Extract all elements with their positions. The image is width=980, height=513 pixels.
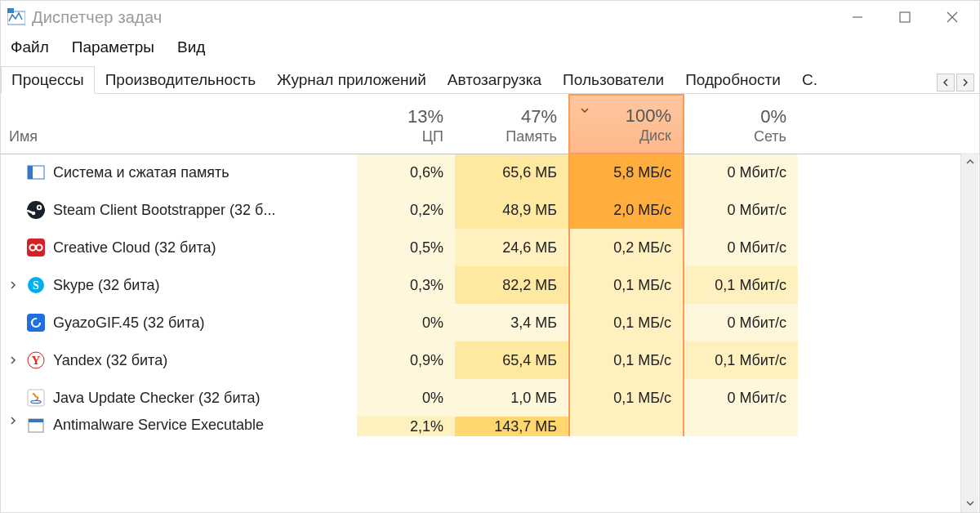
- table-row[interactable]: SSkype (32 бита)0,3%82,2 МБ0,1 МБ/с0,1 М…: [1, 266, 979, 304]
- menu-file[interactable]: Файл: [11, 38, 49, 56]
- cell-cpu: 0,6%: [357, 154, 455, 191]
- cell-disk: 0,1 МБ/с: [569, 379, 684, 417]
- cell-padding: [798, 417, 979, 436]
- process-icon: [27, 314, 45, 332]
- cell-memory: 143,7 МБ: [455, 417, 569, 436]
- table-row[interactable]: Antimalware Service Executable2,1%143,7 …: [1, 417, 979, 436]
- window-title: Диспетчер задач: [32, 8, 162, 27]
- cell-name[interactable]: SSkype (32 бита): [1, 266, 357, 304]
- process-icon: [27, 389, 45, 407]
- cell-memory: 65,6 МБ: [455, 154, 569, 191]
- cell-name[interactable]: Java Update Checker (32 бита): [1, 379, 357, 417]
- cell-name[interactable]: YYandex (32 бита): [1, 341, 357, 379]
- cell-memory: 1,0 МБ: [455, 379, 569, 417]
- tab-scroll-left[interactable]: [937, 74, 955, 91]
- process-name: Java Update Checker (32 бита): [53, 390, 261, 407]
- svg-text:S: S: [33, 279, 39, 292]
- process-name: Skype (32 бита): [53, 277, 159, 294]
- process-name: Система и сжатая память: [53, 164, 229, 181]
- cell-disk: 0,1 МБ/с: [569, 341, 684, 379]
- column-cpu[interactable]: 13% ЦП: [357, 95, 455, 154]
- cell-memory: 65,4 МБ: [455, 341, 569, 379]
- tab-users[interactable]: Пользователи: [552, 66, 675, 94]
- table-row[interactable]: Steam Client Bootstrapper (32 б...0,2%48…: [1, 191, 979, 229]
- svg-point-8: [27, 201, 45, 219]
- scroll-down-button[interactable]: [961, 494, 978, 512]
- table-row[interactable]: YYandex (32 бита)0,9%65,4 МБ0,1 МБ/с0,1 …: [1, 341, 979, 379]
- column-name[interactable]: Имя: [1, 95, 357, 154]
- cell-memory: 48,9 МБ: [455, 191, 569, 229]
- tab-scroll-arrows: [935, 74, 979, 93]
- process-name: Yandex (32 бита): [53, 352, 167, 369]
- process-icon: S: [27, 276, 45, 294]
- expand-icon[interactable]: [7, 281, 19, 289]
- cell-network: 0 Мбит/с: [684, 304, 798, 341]
- cell-cpu: 2,1%: [357, 417, 455, 436]
- tab-performance[interactable]: Производительность: [95, 66, 266, 94]
- table-row[interactable]: Java Update Checker (32 бита)0%1,0 МБ0,1…: [1, 379, 979, 417]
- cell-cpu: 0%: [357, 379, 455, 417]
- table-row[interactable]: Creative Cloud (32 бита)0,5%24,6 МБ0,2 М…: [1, 229, 979, 266]
- minimize-button[interactable]: [834, 2, 881, 32]
- cell-disk: 0,1 МБ/с: [569, 304, 684, 341]
- cell-memory: 3,4 МБ: [455, 304, 569, 341]
- cell-padding: [798, 154, 979, 191]
- cell-name[interactable]: GyazoGIF.45 (32 бита): [1, 304, 357, 341]
- svg-text:Y: Y: [32, 354, 41, 367]
- cell-cpu: 0,5%: [357, 229, 455, 266]
- expand-icon[interactable]: [7, 356, 19, 364]
- cell-padding: [798, 229, 979, 266]
- task-manager-window: Диспетчер задач Файл Параметры Вид Проце…: [0, 0, 980, 513]
- cell-network: 0,1 Мбит/с: [684, 266, 798, 304]
- cell-cpu: 0%: [357, 304, 455, 341]
- scroll-up-button[interactable]: [961, 153, 978, 171]
- cell-cpu: 0,2%: [357, 191, 455, 229]
- cell-padding: [798, 341, 979, 379]
- svg-rect-24: [29, 419, 43, 422]
- cell-memory: 24,6 МБ: [455, 229, 569, 266]
- cell-name[interactable]: Система и сжатая память: [1, 154, 357, 191]
- column-network[interactable]: 0% Сеть: [684, 95, 798, 154]
- tab-processes[interactable]: Процессы: [1, 66, 95, 94]
- column-memory[interactable]: 47% Память: [455, 95, 569, 154]
- menu-params[interactable]: Параметры: [72, 38, 154, 56]
- tab-app-history[interactable]: Журнал приложений: [266, 66, 437, 94]
- cell-network: [684, 417, 798, 436]
- cell-network: 0 Мбит/с: [684, 379, 798, 417]
- maximize-button[interactable]: [881, 2, 929, 32]
- tab-services-cut[interactable]: С.: [791, 66, 828, 94]
- app-icon: [7, 8, 25, 26]
- process-icon: [27, 201, 45, 219]
- expand-icon[interactable]: [7, 417, 19, 425]
- scroll-track[interactable]: [961, 171, 978, 494]
- process-icon: Y: [27, 351, 45, 369]
- process-table: Имя 13% ЦП 47% Память 100%: [1, 94, 979, 436]
- close-button[interactable]: [929, 2, 976, 32]
- cell-name[interactable]: Antimalware Service Executable: [1, 417, 357, 436]
- process-icon: [27, 163, 45, 181]
- cell-name[interactable]: Creative Cloud (32 бита): [1, 229, 357, 266]
- svg-point-10: [38, 207, 41, 209]
- sort-indicator-icon: [580, 104, 590, 118]
- menu-view[interactable]: Вид: [177, 38, 205, 56]
- cell-network: 0 Мбит/с: [684, 191, 798, 229]
- cell-cpu: 0,9%: [357, 341, 455, 379]
- tab-startup[interactable]: Автозагрузка: [437, 66, 552, 94]
- svg-rect-17: [27, 314, 45, 332]
- column-disk[interactable]: 100% Диск: [569, 95, 684, 154]
- cell-network: 0 Мбит/с: [684, 229, 798, 266]
- svg-point-11: [32, 212, 36, 216]
- titlebar[interactable]: Диспетчер задач: [1, 1, 979, 33]
- table-row[interactable]: Система и сжатая память0,6%65,6 МБ5,8 МБ…: [1, 154, 979, 191]
- window-controls: [834, 2, 976, 32]
- tab-details[interactable]: Подробности: [675, 66, 791, 94]
- process-name: GyazoGIF.45 (32 бита): [53, 314, 204, 332]
- process-name: Creative Cloud (32 бита): [53, 239, 216, 256]
- process-table-wrap: Имя 13% ЦП 47% Память 100%: [1, 94, 979, 512]
- table-row[interactable]: GyazoGIF.45 (32 бита)0%3,4 МБ0,1 МБ/с0 М…: [1, 304, 979, 341]
- cell-name[interactable]: Steam Client Bootstrapper (32 б...: [1, 191, 357, 229]
- tab-scroll-right[interactable]: [956, 74, 974, 91]
- cell-disk: 2,0 МБ/с: [569, 191, 684, 229]
- tabstrip: Процессы Производительность Журнал прило…: [1, 61, 979, 94]
- vertical-scrollbar[interactable]: [960, 153, 978, 512]
